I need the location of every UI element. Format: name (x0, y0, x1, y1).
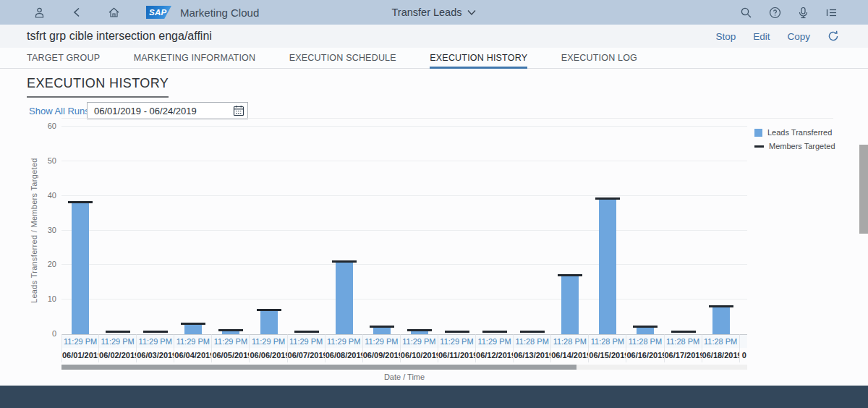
members-targeted-marker (181, 323, 205, 325)
tab-execution-log[interactable]: EXECUTION LOG (561, 48, 637, 69)
members-targeted-marker (520, 331, 545, 333)
members-targeted-marker (671, 331, 696, 333)
bar-leads-transferred[interactable] (599, 199, 616, 334)
x-date-label: 06/02/2019 (99, 348, 137, 362)
section-heading: EXECUTION HISTORY (27, 76, 169, 98)
x-time-label: 11:28 PM (702, 334, 740, 348)
help-icon[interactable] (769, 7, 781, 19)
x-date-label: 06/10/2019 (401, 348, 438, 362)
members-targeted-marker (68, 201, 93, 203)
bar-leads-transferred[interactable] (712, 307, 730, 334)
copy-button[interactable]: Copy (787, 31, 810, 42)
stop-button[interactable]: Stop (715, 31, 736, 42)
y-axis-ticks: 0102030405060 (39, 127, 56, 334)
x-date-label: 06/12/2019 (476, 348, 514, 362)
bar-leads-transferred[interactable] (373, 327, 391, 334)
microphone-icon[interactable] (798, 7, 809, 19)
bar-leads-transferred[interactable] (260, 310, 278, 334)
x-time-label: 11:29 PM (326, 334, 363, 348)
legend-label: Members Targeted (769, 142, 835, 150)
plot-columns-viewport: 11:29 PM06/01/201911:29 PM06/02/201911:2… (61, 127, 747, 363)
x-date-label: 06/04/2019 (174, 348, 212, 362)
bar-zone (551, 127, 589, 334)
horizontal-scrollbar[interactable] (61, 365, 747, 370)
members-targeted-marker (370, 326, 394, 328)
refresh-icon[interactable] (827, 30, 839, 42)
x-time-label: 11:29 PM (476, 334, 514, 348)
search-icon[interactable] (740, 7, 752, 19)
x-time-label: 11:29 PM (99, 334, 137, 348)
tab-execution-history[interactable]: EXECUTION HISTORY (430, 48, 527, 69)
x-date-label: 06/05/2019 (212, 348, 250, 362)
bar-leads-transferred[interactable] (184, 324, 202, 334)
y-tick-label: 30 (48, 226, 56, 234)
bar-zone (99, 127, 137, 334)
x-date-label: 06/01/2019 (61, 348, 99, 362)
x-time-label: 11:29 PM (174, 334, 212, 348)
x-time-label: 11:29 PM (61, 334, 99, 348)
user-icon[interactable] (33, 7, 46, 19)
y-tick-label: 40 (48, 191, 56, 200)
x-date-label: 06/11/2019 (438, 348, 476, 362)
x-date-label: 0 (740, 348, 747, 362)
members-targeted-marker (407, 329, 432, 331)
bar-zone (174, 127, 212, 334)
tab-target-group[interactable]: TARGET GROUP (27, 48, 100, 69)
calendar-icon[interactable] (233, 105, 244, 119)
x-time-label: 11:29 PM (212, 334, 250, 348)
members-targeted-marker (143, 331, 168, 333)
back-icon[interactable] (72, 7, 82, 18)
show-all-runs-link[interactable]: Show All Runs (29, 106, 90, 116)
chart-column: 11:28 PM06/14/2019 (551, 127, 589, 362)
bar-leads-transferred[interactable] (336, 262, 353, 334)
date-range-input[interactable] (87, 102, 248, 119)
members-targeted-marker (257, 309, 281, 311)
tab-execution-schedule[interactable]: EXECUTION SCHEDULE (289, 48, 396, 69)
tab-marketing-information[interactable]: MARKETING INFORMATION (134, 48, 256, 69)
bar-leads-transferred[interactable] (561, 276, 579, 334)
chart-column: 11:29 PM06/05/2019 (212, 127, 250, 362)
x-time-label: 11:28 PM (589, 334, 626, 348)
footer-bar (0, 386, 868, 408)
bar-leads-transferred[interactable] (637, 327, 654, 334)
x-date-label: 06/14/2019 (551, 348, 589, 362)
chart-column: 11:29 PM06/09/2019 (363, 127, 401, 362)
x-date-label: 06/09/2019 (363, 348, 401, 362)
y-tick-label: 20 (48, 260, 56, 268)
chart-column: 11:29 PM06/04/2019 (174, 127, 212, 362)
home-icon[interactable] (108, 7, 120, 18)
x-date-label: 06/17/2019 (665, 348, 702, 362)
sap-logo[interactable]: SAP (146, 6, 171, 19)
icon-tab-bar: TARGET GROUP MARKETING INFORMATION EXECU… (0, 48, 868, 69)
edit-button[interactable]: Edit (753, 31, 770, 42)
x-date-label: 06/08/2019 (326, 348, 363, 362)
legend-item-members-targeted[interactable]: Members Targeted (754, 142, 835, 150)
chart-column: 11:29 PM06/08/2019 (326, 127, 363, 362)
members-targeted-marker (482, 331, 507, 333)
members-targeted-marker (445, 331, 469, 333)
date-range-field (87, 102, 248, 119)
members-targeted-marker (595, 197, 620, 200)
menu-icon[interactable] (825, 7, 838, 18)
bar-zone (476, 127, 514, 334)
bar-zone (326, 127, 363, 334)
content-area: EXECUTION HISTORY Show All Runs (0, 69, 868, 386)
app-title-menu[interactable]: Transfer Leads (392, 0, 477, 25)
chart-column: 11:29 PM06/10/2019 (401, 127, 438, 362)
app-title: Transfer Leads (392, 7, 462, 18)
x-time-label (740, 334, 747, 348)
legend-item-leads-transferred[interactable]: Leads Transferred (754, 128, 835, 137)
x-date-label: 06/07/2019 (288, 348, 326, 362)
x-time-label: 11:29 PM (288, 334, 326, 348)
chart-column: 11:28 PM06/18/2019 (702, 127, 740, 362)
chart-legend: Leads Transferred Members Targeted (754, 128, 835, 150)
x-date-label: 06/15/2019 (589, 348, 626, 362)
vertical-scrollbar-thumb[interactable] (859, 145, 868, 234)
x-time-label: 11:29 PM (401, 334, 438, 348)
x-time-label: 11:29 PM (363, 334, 401, 348)
members-targeted-marker (332, 260, 357, 263)
bar-leads-transferred[interactable] (72, 203, 89, 334)
bar-zone (740, 127, 747, 334)
horizontal-scrollbar-thumb[interactable] (61, 365, 576, 370)
chart-column: 11:29 PM06/06/2019 (250, 127, 287, 362)
